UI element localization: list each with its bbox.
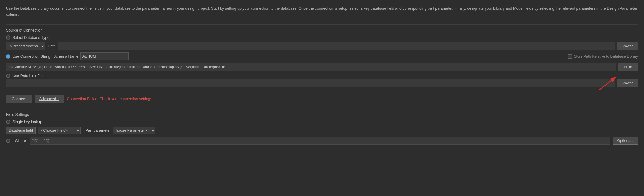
part-parameter-label: Part parameter — [85, 128, 111, 133]
single-key-lookup-radio[interactable] — [6, 120, 10, 124]
path-label: Path — [48, 44, 56, 48]
connection-string-full-row: Build — [6, 63, 638, 71]
data-link-file-row: Browse — [6, 79, 638, 87]
use-connection-string-label: Use Connection String — [12, 54, 50, 59]
field-settings-divider — [6, 109, 638, 109]
choose-parameter-select[interactable]: hoose Parameter> — [113, 127, 155, 134]
source-of-connection-section: Source of Connection Select Database Typ… — [6, 28, 638, 87]
connection-error-text: Connection Failed. Check your connection… — [67, 97, 153, 101]
data-link-browse-button[interactable]: Browse — [617, 79, 638, 87]
use-data-link-file-row: Use Data Link File — [6, 74, 638, 78]
single-key-lookup-row: Single key lookup — [6, 120, 638, 124]
description-text: Use the Database Library document to con… — [6, 5, 638, 18]
top-divider — [6, 24, 638, 25]
select-database-type-row: Select Database Type — [6, 35, 638, 40]
build-button[interactable]: Build — [618, 63, 638, 71]
single-key-lookup-label: Single key lookup — [12, 120, 42, 124]
data-link-file-container: Browse — [6, 79, 638, 87]
select-database-type-label: Select Database Type — [12, 35, 49, 40]
connect-divider — [6, 90, 638, 90]
schema-name-input[interactable] — [80, 52, 129, 60]
store-path-checkbox-group: Store Path Relative to Database Library — [568, 54, 638, 59]
store-path-label: Store Path Relative to Database Library — [574, 54, 638, 59]
field-settings-label: Field Settings — [6, 113, 638, 117]
where-radio[interactable] — [6, 139, 10, 143]
choose-field-select[interactable]: <Choose Field> — [38, 127, 81, 134]
schema-name-label: Schema Name — [53, 54, 78, 59]
store-path-checkbox[interactable] — [568, 54, 572, 59]
main-container: Use the Database Library document to con… — [0, 0, 644, 148]
database-field-label: Database field — [6, 127, 36, 134]
where-label: Where — [15, 139, 26, 143]
database-field-row: Database field <Choose Field> Part param… — [6, 127, 638, 134]
use-connection-string-radio[interactable] — [6, 54, 10, 59]
use-data-link-file-label: Use Data Link File — [12, 74, 43, 78]
connect-button[interactable]: Connect — [6, 95, 32, 103]
path-browse-button[interactable]: Browse — [617, 42, 638, 50]
use-data-link-file-radio[interactable] — [6, 74, 10, 78]
path-input[interactable] — [58, 42, 615, 50]
where-row: Where Options... — [6, 137, 638, 145]
data-link-file-input[interactable] — [6, 79, 615, 87]
field-settings-section: Field Settings Single key lookup Databas… — [6, 113, 638, 145]
advanced-button[interactable]: Advanced... — [35, 95, 64, 103]
source-section-label: Source of Connection — [6, 28, 638, 32]
db-type-select[interactable]: Microsoft Access SQL Server Oracle MySQL… — [6, 42, 45, 50]
select-database-type-radio[interactable] — [6, 35, 10, 40]
where-input[interactable] — [30, 137, 610, 145]
connection-string-input[interactable] — [6, 63, 616, 71]
options-button[interactable]: Options... — [613, 137, 638, 145]
connect-row: Connect Advanced... Connection Failed. C… — [6, 95, 638, 103]
use-connection-string-row: Use Connection String Schema Name Store … — [6, 52, 638, 60]
db-type-path-row: Microsoft Access SQL Server Oracle MySQL… — [6, 42, 638, 50]
